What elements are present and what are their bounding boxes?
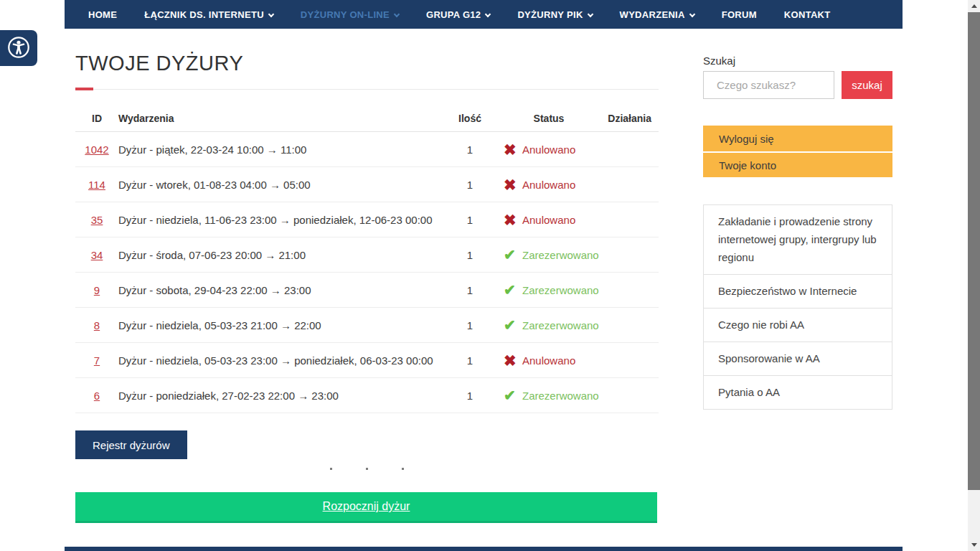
nav-item-label: DYŻURNY ON-LINE [301, 9, 390, 20]
status-cell: Zarezerwowano [491, 248, 606, 262]
your-account-link[interactable]: Twoje konto [703, 151, 892, 177]
event-label: Dyżur - sobota, 29-04-23 22:00 → 23:00 [118, 284, 448, 296]
scrollbar-up-arrow[interactable] [968, 0, 980, 12]
event-label: Dyżur - niedziela, 05-03-23 21:00 → 22:0… [118, 319, 448, 331]
scrollbar-down-arrow[interactable] [968, 539, 980, 551]
nav-item-forum[interactable]: FORUM [708, 9, 771, 20]
chevron-down-icon [587, 11, 593, 17]
accessibility-icon [7, 36, 30, 61]
status-cell: Anulowano [491, 353, 606, 368]
dot [402, 468, 404, 470]
event-label: Dyżur - środa, 07-06-23 20:00 → 21:00 [118, 249, 448, 261]
event-label: Dyżur - poniedziałek, 27-02-23 22:00 → 2… [118, 390, 448, 402]
status-icon [504, 353, 522, 368]
status-cell: Anulowano [491, 142, 606, 157]
dot [330, 468, 332, 470]
status-label: Anulowano [522, 214, 575, 226]
table-row: 7 Dyżur - niedziela, 05-03-23 23:00 → po… [75, 343, 659, 378]
status-cell: Zarezerwowano [491, 283, 606, 297]
page: HOME ŁĄCZNIK DS. INTERNETU DYŻURNY ON-LI… [0, 0, 980, 551]
header-event: Wydarzenia [118, 113, 448, 124]
chevron-down-icon [394, 11, 400, 17]
duty-id-link[interactable]: 7 [94, 354, 100, 367]
table-row: 34 Dyżur - środa, 07-06-23 20:00 → 21:00… [75, 237, 659, 273]
sidebar-link-internet-safety[interactable]: Bezpieczeństwo w Internecie [704, 274, 892, 308]
account-menu: Wyloguj się Twoje konto [703, 126, 892, 177]
status-label: Anulowano [522, 354, 575, 367]
nav-item-label: WYDARZENIA [620, 9, 685, 20]
duty-id-link[interactable]: 6 [94, 390, 100, 402]
accessibility-button[interactable] [0, 30, 37, 66]
table-header-row: ID Wydarzenia Ilość Status Działania [75, 105, 659, 132]
table-row: 9 Dyżur - sobota, 29-04-23 22:00 → 23:00… [75, 273, 659, 308]
qty-value: 1 [448, 143, 491, 156]
status-cell: Zarezerwowano [491, 318, 606, 332]
nav-item-kontakt[interactable]: KONTAKT [771, 9, 844, 20]
logout-link[interactable]: Wyloguj się [703, 126, 892, 151]
status-icon [504, 212, 522, 227]
table-row: 1042 Dyżur - piątek, 22-03-24 10:00 → 11… [75, 132, 659, 167]
search-button[interactable]: szukaj [842, 71, 892, 99]
scrollbar-thumb[interactable] [968, 12, 980, 490]
status-label: Zarezerwowano [522, 284, 599, 296]
nav-item-wydarzenia[interactable]: WYDARZENIA [606, 9, 708, 20]
qty-value: 1 [448, 284, 491, 296]
main-content: TWOJE DYŻURY ID Wydarzenia Ilość Status … [75, 42, 659, 523]
status-icon [504, 318, 522, 332]
chevron-down-icon [268, 11, 274, 17]
sidebar-link-website-guide[interactable]: Zakładanie i prowadzenie strony internet… [704, 205, 892, 274]
duty-id-link[interactable]: 1042 [85, 143, 108, 156]
event-label: Dyżur - niedziela, 05-03-23 23:00 → poni… [118, 354, 448, 367]
duty-id-link[interactable]: 34 [91, 249, 103, 261]
status-icon [504, 388, 522, 402]
sidebar-link-sponsoring[interactable]: Sponsorowanie w AA [704, 342, 892, 375]
nav-item-lacznik[interactable]: ŁĄCZNIK DS. INTERNETU [131, 9, 287, 20]
status-icon [504, 177, 522, 192]
title-divider [75, 88, 659, 90]
nav-item-label: DYŻURNY PIK [517, 9, 583, 20]
status-icon [504, 283, 522, 297]
event-label: Dyżur - piątek, 22-03-24 10:00 → 11:00 [118, 143, 448, 156]
nav-item-label: ŁĄCZNIK DS. INTERNETU [144, 9, 264, 20]
search-input[interactable] [703, 71, 834, 99]
separator-dots [75, 468, 659, 470]
status-cell: Anulowano [491, 177, 606, 192]
nav-item-label: GRUPA G12 [426, 9, 481, 20]
scrollbar[interactable] [968, 0, 980, 551]
sidebar-link-what-aa-does-not[interactable]: Czego nie robi AA [704, 308, 892, 342]
nav-item-dyzurny-pik[interactable]: DYŻURNY PIK [504, 9, 606, 20]
divider-accent [75, 88, 93, 90]
table-row: 8 Dyżur - niedziela, 05-03-23 21:00 → 22… [75, 308, 659, 343]
status-icon [504, 142, 522, 157]
duty-id-link[interactable]: 9 [94, 284, 100, 296]
qty-value: 1 [448, 179, 491, 191]
dot [366, 468, 368, 470]
qty-value: 1 [448, 249, 491, 261]
top-navigation: HOME ŁĄCZNIK DS. INTERNETU DYŻURNY ON-LI… [65, 0, 903, 29]
register-duties-button[interactable]: Rejestr dyżurów [75, 430, 187, 459]
divider-line [75, 89, 659, 90]
duty-id-link[interactable]: 114 [88, 179, 105, 191]
header-id: ID [75, 113, 118, 124]
nav-item-grupa-g12[interactable]: GRUPA G12 [413, 9, 504, 20]
duty-id-link[interactable]: 8 [94, 319, 100, 331]
chevron-down-icon [485, 11, 491, 17]
duty-id-link[interactable]: 35 [91, 214, 103, 226]
qty-value: 1 [448, 390, 491, 402]
table-row: 6 Dyżur - poniedziałek, 27-02-23 22:00 →… [75, 378, 659, 413]
search-label: Szukaj [703, 55, 892, 67]
start-duty-link[interactable]: Rozpocznij dyżur [323, 500, 410, 513]
header-qty: Ilość [448, 113, 491, 124]
table-row: 114 Dyżur - wtorek, 01-08-23 04:00 → 05:… [75, 167, 659, 202]
qty-value: 1 [448, 319, 491, 331]
sidebar: Szukaj szukaj Wyloguj się Twoje konto Za… [703, 55, 892, 410]
status-label: Zarezerwowano [522, 390, 599, 402]
chevron-down-icon [689, 11, 694, 17]
table-row: 35 Dyżur - niedziela, 11-06-23 23:00 → p… [75, 202, 659, 237]
qty-value: 1 [448, 214, 491, 226]
nav-item-dyzurny-online[interactable]: DYŻURNY ON-LINE [287, 9, 413, 20]
status-label: Anulowano [522, 179, 575, 191]
status-label: Zarezerwowano [522, 319, 599, 331]
sidebar-link-questions[interactable]: Pytania o AA [704, 375, 892, 409]
nav-item-home[interactable]: HOME [75, 9, 131, 20]
